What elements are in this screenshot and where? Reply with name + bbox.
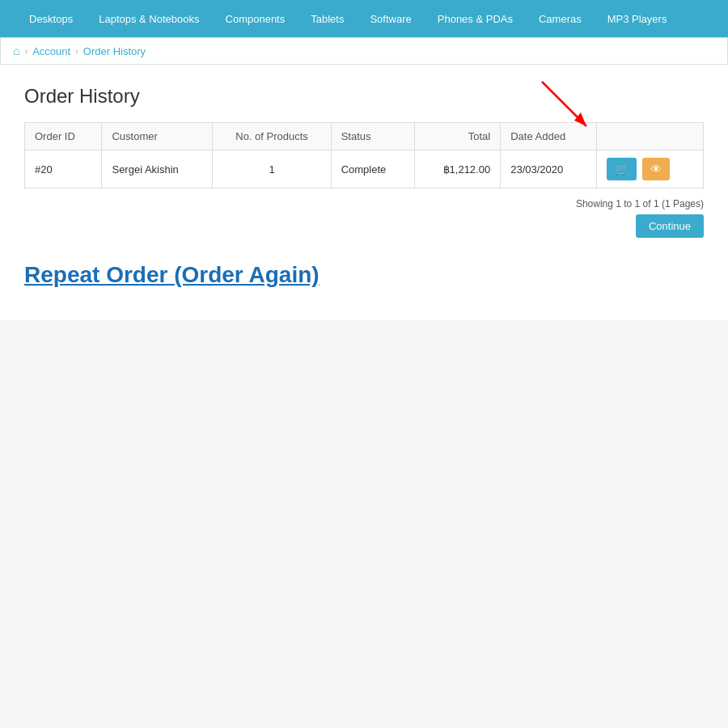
repeat-order-section: Repeat Order (Order Again) bbox=[24, 262, 704, 288]
main-content: Order History Order ID Customer No. of P… bbox=[0, 65, 728, 320]
page-title: Order History bbox=[24, 85, 704, 108]
breadcrumb-account[interactable]: Account bbox=[32, 45, 70, 57]
navbar-item-mp3[interactable]: MP3 Players bbox=[595, 3, 680, 35]
table-header-row: Order ID Customer No. of Products Status… bbox=[25, 123, 704, 150]
col-header-status: Status bbox=[331, 123, 414, 150]
cell-total: ฿1,212.00 bbox=[414, 150, 501, 188]
breadcrumb-order-history[interactable]: Order History bbox=[83, 45, 146, 57]
table-row: #20 Sergei Akishin 1 Complete ฿1,212.00 … bbox=[25, 150, 704, 188]
breadcrumb: ⌂ › Account › Order History bbox=[0, 37, 728, 65]
cell-date: 23/03/2020 bbox=[501, 150, 597, 188]
navbar-item-desktops[interactable]: Desktops bbox=[16, 3, 86, 35]
cell-actions: 🛒 👁 bbox=[596, 150, 703, 188]
main-navbar: Desktops Laptops & Notebooks Components … bbox=[0, 0, 728, 37]
cell-order-id: #20 bbox=[25, 150, 102, 188]
breadcrumb-separator-2: › bbox=[75, 46, 78, 56]
col-header-order-id: Order ID bbox=[25, 123, 102, 150]
col-header-actions bbox=[596, 123, 703, 150]
col-header-date: Date Added bbox=[501, 123, 597, 150]
col-header-total: Total bbox=[414, 123, 501, 150]
cell-customer: Sergei Akishin bbox=[102, 150, 213, 188]
col-header-products: No. of Products bbox=[213, 123, 331, 150]
breadcrumb-separator: › bbox=[24, 46, 28, 56]
navbar-item-phones[interactable]: Phones & PDAs bbox=[425, 3, 526, 35]
navbar-item-laptops[interactable]: Laptops & Notebooks bbox=[86, 3, 212, 35]
continue-button[interactable]: Continue bbox=[636, 214, 704, 238]
cell-status: Complete bbox=[331, 150, 414, 188]
view-order-button[interactable]: 👁 bbox=[642, 158, 670, 180]
arrow-container: Order ID Customer No. of Products Status… bbox=[24, 122, 704, 188]
repeat-order-link[interactable]: Repeat Order (Order Again) bbox=[24, 262, 320, 287]
pagination-info: Showing 1 to 1 of 1 (1 Pages) bbox=[24, 198, 704, 210]
navbar-item-cameras[interactable]: Cameras bbox=[526, 3, 595, 35]
orders-table: Order ID Customer No. of Products Status… bbox=[24, 122, 704, 188]
navbar-item-software[interactable]: Software bbox=[357, 3, 424, 35]
reorder-button[interactable]: 🛒 bbox=[607, 158, 637, 180]
navbar-item-tablets[interactable]: Tablets bbox=[298, 3, 357, 35]
home-icon[interactable]: ⌂ bbox=[13, 44, 19, 57]
col-header-customer: Customer bbox=[102, 123, 213, 150]
pagination-row: Showing 1 to 1 of 1 (1 Pages) Continue bbox=[24, 198, 704, 238]
navbar-item-components[interactable]: Components bbox=[213, 3, 298, 35]
cell-products: 1 bbox=[213, 150, 331, 188]
